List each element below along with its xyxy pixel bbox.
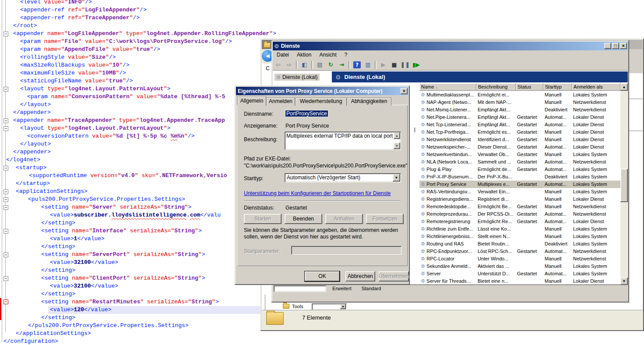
list-cell — [516, 263, 543, 270]
fold-toggle-icon[interactable] — [4, 299, 8, 304]
sidebar-item-dienste-lokal[interactable]: ⚙ Dienste (Lokal) — [274, 74, 320, 81]
übernehmen-button[interactable]: Übernehmen — [379, 271, 409, 281]
table-row[interactable]: ⚙ Sekundäre Anmeld...Aktiviert das ...Ma… — [419, 263, 620, 270]
close-button[interactable]: × — [620, 43, 627, 49]
refresh-icon[interactable]: ↻ — [326, 60, 336, 69]
console-tree-icon[interactable]: ◧ — [299, 60, 310, 69]
table-row[interactable]: ⚙ PnP-X-IP-Busenum...Der PnP-X-Bu...Deak… — [419, 173, 620, 181]
menu-item-datei[interactable]: Datei — [273, 51, 293, 59]
scroll-down-icon[interactable]: ▼ — [394, 142, 400, 149]
code-line: </setting> — [41, 267, 75, 274]
dialog-titlebar[interactable]: Eigenschaften von Port Proxy Service (Lo… — [236, 87, 408, 95]
tab-wiederherstellung[interactable]: Wiederherstellung — [295, 97, 347, 106]
table-row[interactable]: ⚙ NLA (Network Loca...Sammelt und ...Ges… — [419, 158, 620, 166]
table-row[interactable]: ⚙ RAS-Verbindungsv...Verwaltet Ein...Man… — [419, 188, 620, 196]
column-header-status[interactable]: Status — [516, 83, 543, 91]
scrollbar-thumb[interactable] — [620, 169, 628, 202]
services-titlebar[interactable]: ⚙ Dienste _ □ × — [273, 42, 628, 50]
service-name-value[interactable]: PortProxyService — [285, 110, 328, 117]
table-row[interactable]: ⚙ Remoteprozedurau...Der RPCSS-Di...Gest… — [419, 210, 620, 218]
fold-toggle-icon[interactable] — [4, 32, 8, 36]
chevron-down-icon[interactable]: ▼ — [393, 174, 400, 181]
scroll-down-icon[interactable]: ▼ — [620, 277, 628, 285]
column-header-beschreibung[interactable]: Beschreibung — [476, 83, 516, 91]
table-row[interactable]: ⚙ RPC-LocatorUnter Windo...ManuellNetzwe… — [419, 255, 620, 263]
restart-service-icon[interactable]: ▮▶ — [411, 60, 421, 69]
startup-type-select[interactable]: Automatisch (Verzögerter Start) ▼ — [285, 173, 401, 182]
fold-toggle-icon[interactable] — [4, 205, 8, 210]
tab-abhngigkeiten[interactable]: Abhängigkeiten — [347, 97, 391, 106]
close-icon[interactable]: × — [401, 88, 408, 94]
table-row[interactable]: ⚙ Netzwerkverbindun...Verwaltet Ob...Ges… — [419, 151, 620, 158]
maximize-button[interactable]: □ — [612, 43, 619, 49]
pause-service-icon[interactable]: ❚❚ — [400, 60, 410, 69]
table-row[interactable]: ⚙ Net.Msmq-Listener...Empfängt Akt...Dea… — [419, 106, 620, 114]
fortsetzen-button[interactable]: Fortsetzen — [366, 214, 404, 224]
table-row[interactable]: ⚙ Net.Pipe-Listenera...Empfängt Akt...Ge… — [419, 114, 620, 121]
list-item[interactable]: Tools — [283, 302, 303, 309]
minimize-button[interactable]: _ — [604, 43, 611, 49]
table-row[interactable]: ⚙ NAP-Agent (Netwo...Mit dem NAP-...Manu… — [419, 99, 620, 106]
table-row[interactable]: ⚙ Registrierungsdiens...Registriert di..… — [419, 196, 620, 203]
description-text: Multiplexes external TCP/IP data on loca… — [286, 133, 393, 139]
ok-button[interactable]: OK — [305, 271, 340, 281]
column-header-anmeldenals[interactable]: Anmelden als — [572, 83, 620, 91]
list-cell: Empfängt Akt... — [476, 114, 516, 121]
fold-toggle-icon[interactable] — [4, 189, 8, 194]
tab-anmelden[interactable]: Anmelden — [266, 97, 295, 106]
menu-item-ansicht[interactable]: Ansicht — [315, 51, 340, 59]
fold-toggle-icon[interactable] — [4, 276, 8, 281]
services-list[interactable]: Name ▲BeschreibungStatusStarttypAnmelden… — [419, 83, 620, 285]
table-row[interactable]: ⚙ Remotedesktopdie...Ermöglicht Be...Ges… — [419, 203, 620, 210]
table-row[interactable]: ⚙ Port Proxy ServiceMultiplexes e...Gest… — [419, 181, 620, 188]
table-row[interactable]: ⚙ ServerUnterstützt D...GestartetAutomat… — [419, 270, 620, 277]
start-service-icon[interactable]: ▶ — [378, 60, 388, 69]
change-tracking-bar — [0, 298, 1, 320]
tab-allgemein[interactable]: Allgemein — [237, 96, 266, 106]
table-row[interactable]: ⚙ Richtlinie zum Entfe...Lässt eine Ko..… — [419, 225, 620, 233]
start-params-input[interactable] — [291, 246, 401, 255]
abbrechen-button[interactable]: Abbrechen — [345, 271, 375, 281]
scrollbar[interactable]: ▲ ▼ — [620, 83, 628, 285]
fold-toggle-icon[interactable] — [4, 118, 8, 123]
anhalten-button[interactable]: Anhalten — [325, 214, 363, 224]
description-field[interactable]: Multiplexes external TCP/IP data on loca… — [285, 132, 401, 150]
column-header-name[interactable]: Name ▲ — [419, 83, 476, 91]
table-row[interactable]: ⚙ NetzwerklistendienstIdentifiziert d...… — [419, 136, 620, 143]
export-list-icon[interactable]: ⇥ — [337, 60, 347, 69]
fold-toggle-icon[interactable] — [4, 166, 8, 171]
table-row[interactable]: ⚙ Richtlinienergebniss...Stellt einen N.… — [419, 233, 620, 240]
back-icon[interactable]: ⇦ — [273, 60, 283, 69]
table-row[interactable]: ⚙ Net.Tcp-Listenerad...Empfängt Akt...Ge… — [419, 121, 620, 128]
menu-item-aktion[interactable]: Aktion — [293, 51, 315, 59]
stop-service-icon[interactable]: ■ — [389, 60, 399, 69]
table-row[interactable]: ⚙ Net.Tcp-Portfreiga...Ermöglicht es...G… — [419, 128, 620, 136]
help-icon[interactable]: ? — [353, 61, 361, 68]
view-tab-standard[interactable]: Standard — [357, 285, 386, 292]
fold-toggle-icon[interactable] — [4, 253, 8, 257]
table-row[interactable]: ⚙ Netzwerkspeicher-...Dieser Dienst...Ge… — [419, 143, 620, 151]
scroll-up-icon[interactable]: ▲ — [394, 132, 400, 139]
scroll-up-icon[interactable]: ▲ — [620, 83, 628, 91]
column-header-starttyp[interactable]: Starttyp — [543, 83, 572, 91]
starten-button[interactable]: Starten — [244, 214, 282, 224]
forward-icon[interactable]: ⇨ — [284, 60, 294, 69]
filter-combobox[interactable]: ▼ — [312, 303, 347, 310]
table-row[interactable]: ⚙ Server für Threads...Bietet eine n...M… — [419, 277, 620, 285]
properties-icon[interactable]: ▤ — [315, 60, 325, 69]
table-row[interactable]: ⚙ Routing und RASBietet Routin...Deaktiv… — [419, 240, 620, 248]
view-tab-erweitert[interactable]: Erweitert — [327, 285, 356, 292]
table-row[interactable]: ⚙ Multimediaklassenpl...Ermöglicht ei...… — [419, 91, 620, 99]
table-row[interactable]: ⚙ RPC-Endpunktzuor...Löst RPC-Sch...Gest… — [419, 248, 620, 255]
table-row[interactable]: ⚙ Plug & PlayErmöglicht de...GestartetAu… — [419, 166, 620, 173]
fold-toggle-icon[interactable] — [4, 126, 8, 131]
extended-view-icon[interactable]: ▥ — [363, 60, 373, 69]
chevron-down-icon[interactable]: ▼ — [340, 304, 346, 309]
startup-options-link[interactable]: Unterstützung beim Konfigurieren der Sta… — [244, 190, 391, 196]
table-row[interactable]: ⚙ RemoteregistrierungErmöglicht Re...Ges… — [419, 218, 620, 225]
fold-toggle-icon[interactable] — [4, 87, 8, 92]
fold-toggle-icon[interactable] — [4, 229, 8, 234]
fold-toggle-icon[interactable] — [4, 197, 8, 202]
beenden-button[interactable]: Beenden — [285, 214, 322, 224]
menu-item-?[interactable]: ? — [341, 51, 352, 59]
